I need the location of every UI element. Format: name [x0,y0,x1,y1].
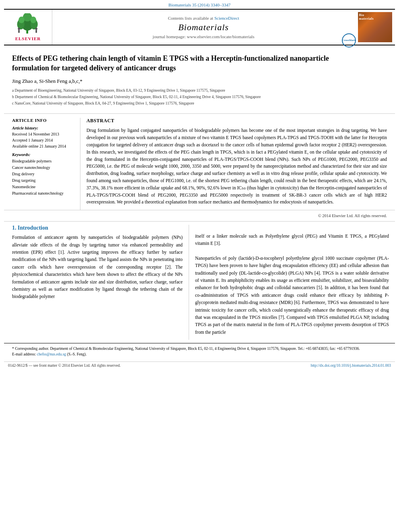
authors-line: Jing Zhao a, Si-Shen Feng a,b,c,* [12,78,387,84]
svg-point-5 [19,16,25,23]
sciencedirect-link[interactable]: ScienceDirect [214,16,239,21]
history-label: Article history: [12,126,74,130]
affiliations: a Department of Bioengineering, National… [12,88,387,107]
affiliation-b: b Department of Chemical & Biomolecular … [12,94,387,100]
svg-point-7 [18,28,20,30]
elsevier-logo: ELSEVIER [12,13,44,41]
intro-col-left-text: Formulation of anticancer agents by nano… [12,234,183,300]
journal-homepage: journal homepage: www.elsevier.com/locat… [153,34,255,39]
article-header: Effects of PEG tethering chain length of… [0,45,399,113]
accepted-date: Accepted 1 January 2014 [12,137,74,143]
bottom-bar: 0142-9612/$ — see front matter © 2014 El… [4,362,395,369]
svg-point-6 [30,16,36,23]
svg-rect-8 [18,30,20,33]
journal-cover-image: Biomaterials [355,10,395,45]
issn-text: 0142-9612/$ — see front matter © 2014 El… [8,364,121,368]
footnote-section: * Corresponding author. Department of Ch… [4,343,395,360]
section-title: Introduction [18,225,48,231]
doi-link[interactable]: http://dx.doi.org/10.1016/j.biomaterials… [311,364,391,368]
abstract-section: Abstract Drug formulation by ligand conj… [80,118,395,210]
cover-image: Biomaterials [358,12,392,42]
journal-header: ELSEVIER Contents lists available at Sci… [4,9,395,45]
abstract-text: Drug formulation by ligand conjugated na… [86,127,387,206]
elsevier-text: ELSEVIER [15,36,41,41]
crossmark-text: CrossMark [342,39,356,42]
journal-citation: Biomaterials 35 (2014) 3340–3347 [0,0,399,9]
copyright-line: © 2014 Elsevier Ltd. All rights reserved… [4,210,395,221]
main-content: 1. Introduction Formulation of anticance… [4,221,395,340]
svg-rect-10 [35,30,37,33]
col-right: itself or a linker molecule such as Poly… [189,225,395,340]
abstract-heading: Abstract [86,118,387,124]
svg-point-9 [35,28,37,30]
crossmark-badge: CrossMark [342,33,356,47]
keywords-heading: Keywords: [12,152,74,157]
article-info-abstract: Article Info Article history: Received 1… [4,113,395,210]
footnote-corresponding: * Corresponding author. Department of Ch… [12,346,387,351]
article-dates: Received 14 November 2013 Accepted 1 Jan… [12,131,74,149]
sciencedirect-line: Contents lists available at ScienceDirec… [168,16,239,21]
article-info-section: Article Info Article history: Received 1… [4,118,80,210]
keyword-3: Drug delivery [12,171,74,177]
col-left: 1. Introduction Formulation of anticance… [4,225,189,340]
keyword-5: Nanomedicine [12,184,74,190]
article-title: Effects of PEG tethering chain length of… [12,53,342,73]
elsevier-tree-icon [12,13,44,35]
article-info-heading: Article Info [12,118,74,123]
affiliation-a: a Department of Bioengineering, National… [12,88,387,93]
intro-col-right-text: itself or a linker molecule such as Poly… [195,225,389,336]
keyword-2: Cancer nanotechnology [12,164,74,171]
journal-name: Biomaterials [178,22,229,33]
email-link[interactable]: chefss@nus.edu.sg [37,352,66,356]
elsevier-logo-section: ELSEVIER [4,10,52,45]
cover-label: Biomaterials [359,13,374,21]
keyword-1: Biodegradable polymers [12,158,74,164]
keyword-6: Pharmaceutical nanotechnology [12,190,74,197]
available-date: Available online 21 January 2014 [12,143,74,149]
intro-header: 1. Introduction [12,225,183,231]
section-number: 1. [12,225,16,231]
keyword-4: Drug targeting [12,177,74,184]
journal-title-section: Contents lists available at ScienceDirec… [52,10,355,45]
received-date: Received 14 November 2013 [12,131,74,137]
footnote-email: E-mail address: chefss@nus.edu.sg (S.-S.… [12,351,387,357]
affiliation-c: c NanoCore, National University of Singa… [12,101,387,106]
